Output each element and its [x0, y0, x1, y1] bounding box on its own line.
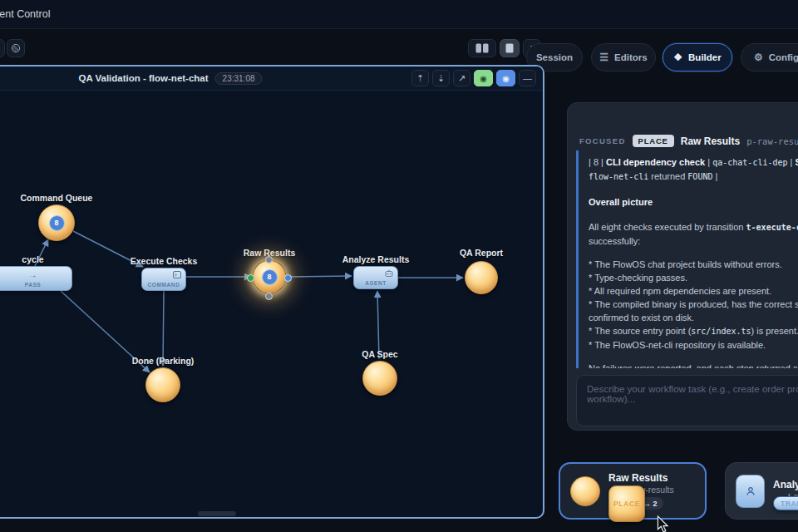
- tab-builder-label: Builder: [688, 52, 722, 62]
- quote-line-1: | 8 | CLI dependency check | qa-chat-cli…: [589, 155, 798, 170]
- card-title: Raw Results: [608, 472, 674, 484]
- selection-handle-left[interactable]: [247, 274, 254, 282]
- person-icon: [745, 485, 756, 497]
- expand-window-button[interactable]: ↗: [453, 70, 470, 86]
- node-card-raw-results[interactable]: Raw Results p-raw-results PLACE ● 8 → 2: [559, 462, 707, 520]
- place-raw-results[interactable]: 8: [253, 260, 286, 293]
- app-title: Agent Control: [0, 8, 50, 20]
- place-qa-spec[interactable]: [362, 361, 397, 396]
- transition-kind-label: AGENT: [354, 280, 397, 286]
- transition-node-icon: [736, 475, 765, 508]
- quote-line-2: flow-net-cli returned FOUND |: [589, 170, 798, 184]
- card-title: Analyze Results: [773, 479, 798, 490]
- tab-builder[interactable]: ❖ Builder: [663, 43, 732, 71]
- menu-lines-icon: ☰: [599, 52, 608, 63]
- tab-editors[interactable]: ☰ Editors: [591, 43, 656, 71]
- selection-handle-top[interactable]: [265, 256, 273, 264]
- panel-view-icon: [505, 43, 514, 53]
- ring-icon: ◉: [480, 74, 487, 83]
- tab-config[interactable]: ⚙ Config: [741, 43, 798, 71]
- place-node-icon: [570, 476, 600, 506]
- toolbar-cut-button[interactable]: [0, 39, 5, 57]
- flow-canvas-window: Command Queue 8 cycle → PASS Execute Che…: [0, 65, 544, 519]
- transition-type-badge: TRANSITION: [773, 496, 798, 510]
- message-bullets: * The FlowOS chat project builds without…: [589, 258, 798, 352]
- panel-view-button[interactable]: [500, 39, 520, 57]
- bullet-item: confirmed to exist on disk.: [589, 311, 798, 324]
- gear-icon: ⚙: [754, 52, 763, 63]
- arrow-up-dashed-icon: ⇡: [416, 73, 424, 84]
- diagonal-arrow-icon: ↗: [458, 73, 466, 84]
- green-status-button[interactable]: ◉: [474, 70, 493, 86]
- node-label-execute-checks: Execute Checks: [116, 256, 211, 266]
- message-heading: Overall picture: [589, 195, 798, 209]
- bullet-item: * The FlowOS chat project builds without…: [589, 258, 798, 271]
- node-label-done-parking: Done (Parking): [113, 356, 213, 366]
- robot-icon: [385, 269, 393, 278]
- focused-type-badge: PLACE: [633, 135, 674, 147]
- node-label-analyze-results: Analyze Results: [328, 254, 423, 264]
- bullet-item: * The compiled binary is produced, has t…: [589, 298, 798, 311]
- flow-timestamp-badge: 23:31:08: [215, 72, 263, 85]
- terminal-icon: [173, 271, 181, 280]
- focused-title: Raw Results: [681, 135, 740, 147]
- token-count-badge: 8: [49, 215, 65, 231]
- node-label-qa-report: QA Report: [440, 248, 523, 258]
- scroll-up-button[interactable]: ⇡: [411, 70, 429, 86]
- arrow-icon: →: [0, 271, 71, 279]
- transition-kind-label: PASS: [0, 282, 71, 288]
- message-paragraph: All eight checks executed by transition …: [589, 220, 798, 248]
- transition-execute-checks[interactable]: COMMAND: [141, 268, 186, 291]
- focused-header: FOCUSED PLACE Raw Results p-raw-results: [579, 135, 798, 147]
- place-qa-report[interactable]: [465, 261, 498, 294]
- focused-id: p-raw-results: [746, 136, 798, 146]
- mouse-cursor: [656, 515, 669, 532]
- tab-session-label: Session: [536, 52, 573, 62]
- transition-analyze-results[interactable]: AGENT: [353, 266, 398, 289]
- transition-cycle[interactable]: → PASS: [0, 266, 72, 291]
- place-type-badge: PLACE: [608, 485, 645, 522]
- node-label-qa-spec: QA Spec: [338, 349, 421, 359]
- selection-handle-bottom[interactable]: [265, 293, 273, 300]
- builder-diamond-icon: ❖: [673, 52, 682, 63]
- node-label-cycle: cycle: [0, 254, 72, 264]
- tab-config-label: Config: [769, 52, 798, 62]
- blue-status-button[interactable]: ◉: [496, 70, 515, 86]
- flow-window-header[interactable]: QA Validation - flow-net-chat 23:31:08 ⇡…: [0, 66, 543, 91]
- transition-kind-label: COMMAND: [142, 282, 185, 288]
- place-command-queue[interactable]: 8: [38, 204, 75, 241]
- columns-view-icon: [475, 43, 489, 53]
- bullet-item: * The FlowOS-net-cli repository is avail…: [589, 338, 798, 352]
- tab-editors-label: Editors: [614, 52, 648, 62]
- app-window: Agent Control › Session ☰ Editors ❖ Buil…: [0, 0, 798, 532]
- place-done-parking[interactable]: [145, 367, 180, 402]
- arrow-down-dashed-icon: ⇣: [437, 73, 445, 84]
- hatched-circle-icon: [11, 43, 21, 53]
- flow-window-title: QA Validation - flow-net-chat: [78, 73, 208, 83]
- workflow-task-input[interactable]: [576, 375, 798, 426]
- minimize-button[interactable]: —: [519, 70, 536, 86]
- pattern-toggle-button[interactable]: [7, 39, 25, 57]
- scroll-down-button[interactable]: ⇣: [432, 70, 450, 86]
- minus-icon: —: [523, 73, 532, 83]
- bullet-item: * All required npm dependencies are pres…: [589, 284, 798, 298]
- canvas-horizontal-scrollbar[interactable]: [198, 511, 236, 516]
- analysis-message[interactable]: | 8 | CLI dependency check | qa-chat-cli…: [576, 150, 798, 368]
- bullet-item: * Type-checking passes.: [589, 271, 798, 284]
- columns-view-button[interactable]: [468, 39, 496, 57]
- node-label-command-queue: Command Queue: [0, 193, 115, 203]
- ring-icon: ◉: [502, 74, 510, 83]
- message-footer: No failures were reported, and each step…: [589, 362, 798, 368]
- selection-handle-right[interactable]: [284, 274, 292, 282]
- node-card-analyze-results[interactable]: Analyze Results t-analyze-results TRANSI…: [725, 462, 798, 520]
- token-count-badge: 8: [262, 269, 278, 285]
- inspector-card: FOCUSED PLACE Raw Results p-raw-results …: [567, 102, 798, 431]
- focused-kicker: FOCUSED: [579, 136, 626, 145]
- top-menubar: Agent Control: [0, 0, 798, 29]
- bullet-item: * The source entry point (src/index.ts) …: [589, 324, 798, 338]
